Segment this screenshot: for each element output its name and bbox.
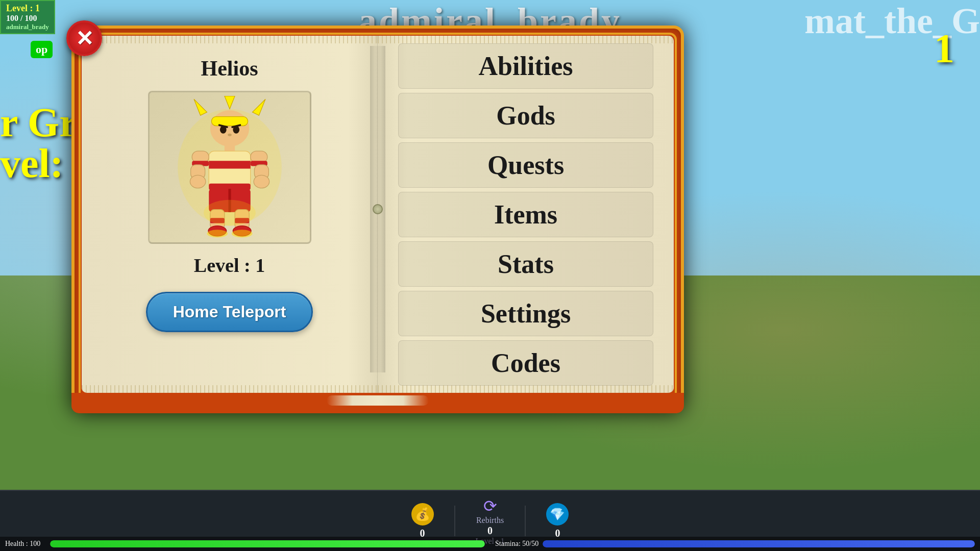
health-label: Health : 100 (5, 540, 46, 548)
svg-point-18 (190, 175, 206, 188)
level-text: Level : 1 (6, 3, 49, 14)
rebirths-label: Rebirths (476, 516, 504, 525)
svg-marker-2 (252, 99, 265, 115)
close-button[interactable]: ✕ (66, 20, 102, 56)
svg-point-4 (210, 110, 249, 146)
left-page: Helios (82, 36, 378, 393)
menu-item-quests[interactable]: Quests (398, 142, 653, 188)
rebirths-icon: ⟳ (483, 496, 497, 516)
menu-item-abilities[interactable]: Abilities (398, 43, 653, 89)
top-right-number: 1 (934, 26, 954, 72)
home-teleport-button[interactable]: Home Teleport (146, 292, 313, 332)
hud-divider-2 (525, 506, 526, 536)
svg-point-32 (231, 230, 252, 237)
character-image-frame (148, 91, 311, 244)
svg-marker-3 (224, 96, 234, 109)
gems-section: 💎 0 (546, 503, 569, 539)
book-spine (370, 46, 385, 372)
svg-point-28 (207, 230, 228, 237)
health-bar-fill (50, 540, 485, 547)
svg-rect-5 (211, 117, 248, 126)
stat-bars: Health : 100 Stamina: 50/50 (0, 537, 980, 551)
svg-rect-13 (209, 161, 250, 168)
level-badge: Level : 1 100 / 100 admiral_brady (0, 0, 55, 34)
gems-icon: 💎 (546, 503, 569, 525)
stamina-bar-section: Stamina: 50/50 (490, 537, 980, 551)
stamina-bar-track (543, 540, 975, 547)
svg-point-33 (204, 200, 256, 226)
hud-divider-1 (454, 506, 455, 536)
svg-point-22 (254, 175, 270, 188)
svg-point-10 (228, 134, 232, 136)
menu-item-settings[interactable]: Settings (398, 291, 653, 336)
stamina-bar-fill (543, 540, 975, 547)
right-page: Abilities Gods Quests Items Stats Settin… (378, 36, 674, 393)
book-inner: Helios (82, 36, 674, 393)
coins-icon: 💰 (411, 503, 434, 525)
svg-marker-1 (194, 99, 207, 115)
health-bar-section: Health : 100 (0, 537, 490, 551)
character-level: Level : 1 (194, 254, 265, 277)
stamina-label: Stamina: 50/50 (495, 540, 538, 548)
book-modal: ✕ Helios (71, 26, 684, 413)
spine-gem (373, 204, 383, 214)
coins-section: 💰 0 (411, 503, 434, 539)
op-badge: op (31, 41, 53, 58)
character-name: Helios (201, 56, 258, 81)
menu-item-gods[interactable]: Gods (398, 93, 653, 138)
player-name-badge: admiral_brady (6, 23, 49, 31)
health-bar-track (50, 540, 485, 547)
book-bottom-decoration (71, 393, 684, 413)
rebirths-count: 0 (487, 525, 493, 537)
menu-item-items[interactable]: Items (398, 192, 653, 237)
character-sprite (158, 96, 301, 239)
bottom-hud: 💰 0 ⟳ Rebirths 0 Level : 1 💎 0 Health : … (0, 490, 980, 551)
hp-text: 100 / 100 (6, 14, 49, 23)
menu-item-stats[interactable]: Stats (398, 241, 653, 287)
menu-item-codes[interactable]: Codes (398, 340, 653, 386)
